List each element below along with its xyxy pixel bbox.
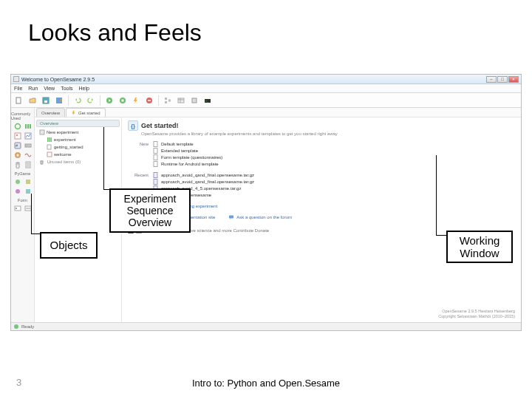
menu-file[interactable]: File	[14, 86, 22, 91]
open-existing-link[interactable]: Open an existing experiment	[153, 203, 516, 209]
menu-help[interactable]: Help	[79, 86, 89, 91]
template-extended[interactable]: Extended template	[153, 148, 516, 154]
tree-icon[interactable]	[162, 95, 174, 106]
pygame-item-icon[interactable]	[13, 187, 22, 196]
mouse-icon[interactable]	[13, 160, 22, 169]
separator-icon	[158, 95, 159, 106]
debug-icon[interactable]: >_	[202, 95, 214, 106]
connector-line	[103, 127, 104, 189]
tree-item-experiment[interactable]: experiment	[36, 136, 120, 143]
recent-item[interactable]: approach_avoid_qand_final.opensesame.tar…	[153, 172, 516, 178]
feedback-icon[interactable]	[24, 132, 33, 140]
help-forum-link[interactable]: Ask a question on the forum	[228, 214, 292, 220]
app-footer: OpenSesame 2.9.5 Hesitant Heisenberg Cop…	[438, 309, 515, 319]
sketchpad-icon[interactable]	[13, 132, 22, 140]
svg-rect-31	[26, 189, 30, 194]
svg-rect-46	[154, 173, 157, 178]
recent-item[interactable]: approach_avoid_qand_final.opensesame.tar…	[153, 179, 516, 185]
minimize-button[interactable]: –	[486, 76, 497, 83]
tree-label: welcome	[54, 152, 72, 157]
app-icon	[13, 76, 19, 82]
stop-icon[interactable]	[143, 95, 155, 106]
new-icon[interactable]	[13, 95, 25, 106]
run-icon[interactable]	[103, 95, 115, 106]
overview-header: Overview	[36, 120, 120, 127]
synth-icon[interactable]	[24, 151, 33, 160]
tree-label: getting_started	[54, 145, 83, 149]
tab-strip: Overview Get started	[35, 108, 521, 117]
notepad-icon	[47, 144, 52, 150]
svg-rect-39	[50, 137, 52, 142]
svg-rect-38	[49, 137, 50, 142]
redo-icon[interactable]	[85, 95, 97, 106]
svg-text:#: #	[16, 143, 18, 148]
item-label: Extended template	[161, 149, 198, 153]
item-label: Default template	[161, 142, 194, 146]
loop-icon[interactable]	[13, 122, 22, 131]
logger-icon[interactable]	[24, 160, 33, 169]
tree-item-welcome[interactable]: welcome	[36, 151, 120, 158]
separator-icon	[100, 95, 100, 106]
status-text: Ready	[21, 324, 34, 329]
variable-icon[interactable]	[175, 95, 187, 106]
run-window-icon[interactable]	[117, 95, 129, 106]
svg-rect-9	[165, 101, 167, 103]
svg-rect-19	[15, 133, 21, 139]
template-android[interactable]: Runtime for Android template	[153, 161, 516, 167]
form-item-icon[interactable]	[13, 204, 22, 213]
tab-get-started-label: Get started	[78, 111, 100, 115]
svg-rect-42	[154, 142, 157, 147]
open-icon[interactable]	[27, 95, 38, 106]
get-started-subtitle: OpenSesame provides a library of example…	[141, 132, 516, 136]
item-label: approach_avoid_qand_final.opensesame.tar…	[161, 173, 254, 177]
titlebar: Welcome to OpenSesame 2.9.5 – □ ×	[11, 75, 521, 84]
sampler-icon[interactable]	[13, 151, 22, 160]
unused-label: Unused items (0)	[47, 160, 81, 164]
svg-rect-10	[168, 99, 171, 101]
menu-tools[interactable]: Tools	[61, 86, 72, 91]
pygame-item-icon[interactable]	[24, 177, 33, 186]
tree-label: experiment	[54, 137, 76, 142]
connector-line	[436, 155, 437, 235]
menu-view[interactable]: View	[44, 86, 55, 91]
pool-icon[interactable]	[188, 95, 200, 106]
pygame-item-icon[interactable]	[13, 177, 22, 186]
svg-rect-52	[229, 216, 233, 219]
item-label: Form template (questionnaires)	[161, 155, 222, 160]
section-new-label: New	[128, 141, 153, 167]
save-icon[interactable]	[40, 95, 52, 106]
keyboard-icon[interactable]	[24, 141, 33, 150]
recent-item[interactable]: rtc_ed_pre1.opensesame	[153, 192, 516, 198]
tab-overview[interactable]: Overview	[36, 108, 65, 117]
app-copyright-label: Copyright Sebastiaan Mathôt (2010–2015)	[438, 314, 515, 319]
app-version-label: OpenSesame 2.9.5 Hesitant Heisenberg	[438, 309, 515, 314]
separator-icon	[68, 95, 69, 106]
get-started-icon: {}	[128, 120, 138, 131]
connector-line	[31, 233, 40, 234]
sequence-icon[interactable]	[24, 122, 33, 131]
template-default[interactable]: Default template	[153, 141, 516, 147]
unused-items[interactable]: Unused items (0)	[36, 159, 120, 166]
undo-icon[interactable]	[72, 95, 83, 106]
tab-get-started[interactable]: Get started	[66, 108, 106, 117]
inline-script-icon[interactable]: #	[13, 141, 22, 150]
experiment-icon	[39, 129, 45, 135]
tree-item-new-experiment[interactable]: New experiment	[36, 129, 120, 136]
close-button[interactable]: ×	[508, 76, 519, 83]
save-as-icon[interactable]	[53, 95, 65, 106]
svg-rect-6	[122, 99, 124, 101]
toolbar: >_	[11, 93, 521, 108]
quick-run-icon[interactable]	[130, 95, 142, 106]
tree-item-getting-started[interactable]: getting_started	[36, 143, 120, 151]
menu-run[interactable]: Run	[28, 86, 38, 91]
svg-rect-44	[154, 155, 157, 160]
recent-item[interactable]: approach_avoid_4_5.opensesame.tar.gz	[153, 185, 516, 191]
annotation-working-window: Working Window	[446, 231, 513, 263]
status-ready-icon	[14, 324, 18, 329]
maximize-button[interactable]: □	[497, 76, 508, 83]
connector-line	[436, 235, 446, 236]
annotation-objects: Objects	[40, 232, 98, 259]
svg-rect-36	[40, 130, 44, 134]
sequence-icon	[47, 137, 52, 143]
template-form[interactable]: Form template (questionnaires)	[153, 154, 516, 160]
